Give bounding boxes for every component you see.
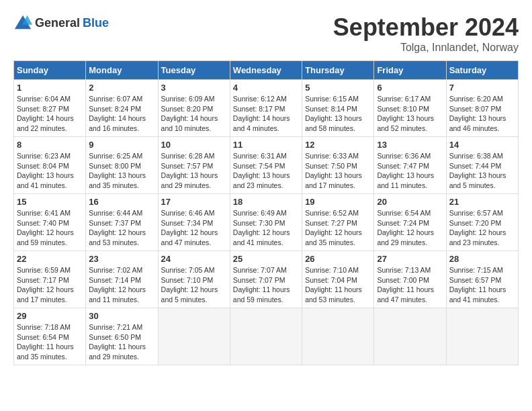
table-row: 16 Sunrise: 6:44 AM Sunset: 7:37 PM Dayl… bbox=[86, 194, 158, 251]
day-number: 23 bbox=[89, 254, 154, 264]
sunset-label: Sunset: 8:27 PM bbox=[17, 105, 69, 113]
daylight-label: Daylight: 12 hours and 59 minutes. bbox=[17, 228, 74, 246]
sunset-label: Sunset: 6:54 PM bbox=[17, 333, 69, 341]
sunrise-label: Sunrise: 6:44 AM bbox=[89, 209, 142, 217]
table-row: 3 Sunrise: 6:09 AM Sunset: 8:20 PM Dayli… bbox=[158, 80, 230, 137]
sunrise-label: Sunrise: 6:23 AM bbox=[17, 152, 71, 160]
daylight-label: Daylight: 14 hours and 16 minutes. bbox=[89, 114, 146, 132]
table-row: 23 Sunrise: 7:02 AM Sunset: 7:14 PM Dayl… bbox=[86, 251, 158, 308]
col-wednesday: Wednesday bbox=[230, 61, 302, 80]
calendar-table: Sunday Monday Tuesday Wednesday Thursday… bbox=[13, 60, 519, 365]
day-number: 27 bbox=[377, 254, 443, 264]
day-info: Sunrise: 6:49 AM Sunset: 7:30 PM Dayligh… bbox=[233, 208, 299, 248]
sunrise-label: Sunrise: 7:21 AM bbox=[89, 323, 142, 331]
daylight-label: Daylight: 14 hours and 10 minutes. bbox=[161, 114, 218, 132]
daylight-label: Daylight: 11 hours and 29 minutes. bbox=[89, 342, 146, 361]
daylight-label: Daylight: 12 hours and 17 minutes. bbox=[17, 285, 74, 304]
month-title: September 2024 bbox=[333, 13, 519, 42]
sunset-label: Sunset: 7:04 PM bbox=[305, 276, 357, 284]
day-info: Sunrise: 6:57 AM Sunset: 7:20 PM Dayligh… bbox=[449, 208, 515, 248]
sunset-label: Sunset: 7:54 PM bbox=[233, 162, 285, 170]
day-number: 11 bbox=[233, 140, 299, 150]
day-number: 1 bbox=[17, 83, 83, 93]
col-saturday: Saturday bbox=[446, 61, 518, 80]
daylight-label: Daylight: 13 hours and 46 minutes. bbox=[449, 114, 506, 132]
logo-blue: Blue bbox=[83, 16, 109, 30]
week-row-2: 8 Sunrise: 6:23 AM Sunset: 8:04 PM Dayli… bbox=[14, 137, 519, 194]
col-thursday: Thursday bbox=[302, 61, 374, 80]
day-info: Sunrise: 6:20 AM Sunset: 8:07 PM Dayligh… bbox=[449, 94, 515, 134]
sunset-label: Sunset: 7:40 PM bbox=[17, 219, 69, 227]
daylight-label: Daylight: 13 hours and 41 minutes. bbox=[17, 171, 74, 189]
sunset-label: Sunset: 8:10 PM bbox=[377, 105, 429, 113]
daylight-label: Daylight: 12 hours and 23 minutes. bbox=[449, 228, 506, 246]
day-number: 22 bbox=[17, 254, 83, 264]
col-friday: Friday bbox=[374, 61, 446, 80]
sunrise-label: Sunrise: 7:10 AM bbox=[305, 266, 359, 274]
day-number: 24 bbox=[161, 254, 227, 264]
sunrise-label: Sunrise: 7:13 AM bbox=[377, 266, 431, 274]
sunrise-label: Sunrise: 6:33 AM bbox=[305, 152, 359, 160]
sunset-label: Sunset: 8:24 PM bbox=[89, 105, 141, 113]
sunrise-label: Sunrise: 6:17 AM bbox=[377, 95, 431, 103]
location: Tolga, Innlandet, Norway bbox=[333, 42, 519, 54]
day-info: Sunrise: 7:07 AM Sunset: 7:07 PM Dayligh… bbox=[233, 265, 299, 305]
sunrise-label: Sunrise: 6:09 AM bbox=[161, 95, 215, 103]
day-number: 30 bbox=[89, 311, 154, 321]
daylight-label: Daylight: 12 hours and 41 minutes. bbox=[233, 228, 290, 246]
sunset-label: Sunset: 8:00 PM bbox=[89, 162, 141, 170]
page-header: GeneralBlue September 2024 Tolga, Innlan… bbox=[13, 13, 519, 54]
week-row-4: 22 Sunrise: 6:59 AM Sunset: 7:17 PM Dayl… bbox=[14, 251, 519, 308]
daylight-label: Daylight: 14 hours and 4 minutes. bbox=[233, 114, 290, 132]
sunset-label: Sunset: 8:07 PM bbox=[449, 105, 502, 113]
day-number: 8 bbox=[17, 140, 83, 150]
day-info: Sunrise: 6:59 AM Sunset: 7:17 PM Dayligh… bbox=[17, 265, 83, 305]
sunrise-label: Sunrise: 6:07 AM bbox=[89, 95, 142, 103]
table-row: 26 Sunrise: 7:10 AM Sunset: 7:04 PM Dayl… bbox=[302, 251, 374, 308]
day-info: Sunrise: 6:12 AM Sunset: 8:17 PM Dayligh… bbox=[233, 94, 299, 134]
sunrise-label: Sunrise: 7:15 AM bbox=[449, 266, 503, 274]
sunrise-label: Sunrise: 6:46 AM bbox=[161, 209, 215, 217]
title-area: September 2024 Tolga, Innlandet, Norway bbox=[333, 13, 519, 54]
day-info: Sunrise: 7:21 AM Sunset: 6:50 PM Dayligh… bbox=[89, 322, 154, 362]
header-row: Sunday Monday Tuesday Wednesday Thursday… bbox=[14, 61, 519, 80]
daylight-label: Daylight: 12 hours and 53 minutes. bbox=[89, 228, 146, 246]
day-number: 16 bbox=[89, 197, 154, 207]
table-row: 24 Sunrise: 7:05 AM Sunset: 7:10 PM Dayl… bbox=[158, 251, 230, 308]
table-row: 11 Sunrise: 6:31 AM Sunset: 7:54 PM Dayl… bbox=[230, 137, 302, 194]
day-number: 7 bbox=[449, 83, 515, 93]
day-info: Sunrise: 6:28 AM Sunset: 7:57 PM Dayligh… bbox=[161, 151, 227, 191]
day-info: Sunrise: 6:33 AM Sunset: 7:50 PM Dayligh… bbox=[305, 151, 371, 191]
table-row: 4 Sunrise: 6:12 AM Sunset: 8:17 PM Dayli… bbox=[230, 80, 302, 137]
day-info: Sunrise: 6:04 AM Sunset: 8:27 PM Dayligh… bbox=[17, 94, 83, 134]
table-row bbox=[158, 308, 230, 365]
daylight-label: Daylight: 12 hours and 35 minutes. bbox=[305, 228, 362, 246]
sunset-label: Sunset: 6:50 PM bbox=[89, 333, 141, 341]
sunset-label: Sunset: 7:57 PM bbox=[161, 162, 214, 170]
col-sunday: Sunday bbox=[14, 61, 86, 80]
day-info: Sunrise: 7:02 AM Sunset: 7:14 PM Dayligh… bbox=[89, 265, 154, 305]
table-row: 6 Sunrise: 6:17 AM Sunset: 8:10 PM Dayli… bbox=[374, 80, 446, 137]
sunset-label: Sunset: 7:34 PM bbox=[161, 219, 214, 227]
table-row: 5 Sunrise: 6:15 AM Sunset: 8:14 PM Dayli… bbox=[302, 80, 374, 137]
table-row: 15 Sunrise: 6:41 AM Sunset: 7:40 PM Dayl… bbox=[14, 194, 86, 251]
daylight-label: Daylight: 11 hours and 59 minutes. bbox=[233, 285, 290, 304]
table-row bbox=[446, 308, 518, 365]
sunrise-label: Sunrise: 7:07 AM bbox=[233, 266, 287, 274]
day-number: 28 bbox=[449, 254, 515, 264]
daylight-label: Daylight: 12 hours and 47 minutes. bbox=[161, 228, 218, 246]
table-row: 17 Sunrise: 6:46 AM Sunset: 7:34 PM Dayl… bbox=[158, 194, 230, 251]
sunrise-label: Sunrise: 6:49 AM bbox=[233, 209, 287, 217]
table-row: 2 Sunrise: 6:07 AM Sunset: 8:24 PM Dayli… bbox=[86, 80, 158, 137]
day-number: 2 bbox=[89, 83, 154, 93]
sunset-label: Sunset: 7:30 PM bbox=[233, 219, 285, 227]
table-row: 20 Sunrise: 6:54 AM Sunset: 7:24 PM Dayl… bbox=[374, 194, 446, 251]
day-info: Sunrise: 6:38 AM Sunset: 7:44 PM Dayligh… bbox=[449, 151, 515, 191]
day-number: 17 bbox=[161, 197, 227, 207]
daylight-label: Daylight: 12 hours and 5 minutes. bbox=[161, 285, 218, 304]
table-row: 12 Sunrise: 6:33 AM Sunset: 7:50 PM Dayl… bbox=[302, 137, 374, 194]
table-row: 19 Sunrise: 6:52 AM Sunset: 7:27 PM Dayl… bbox=[302, 194, 374, 251]
day-info: Sunrise: 6:25 AM Sunset: 8:00 PM Dayligh… bbox=[89, 151, 154, 191]
sunset-label: Sunset: 7:14 PM bbox=[89, 276, 141, 284]
sunrise-label: Sunrise: 7:02 AM bbox=[89, 266, 142, 274]
